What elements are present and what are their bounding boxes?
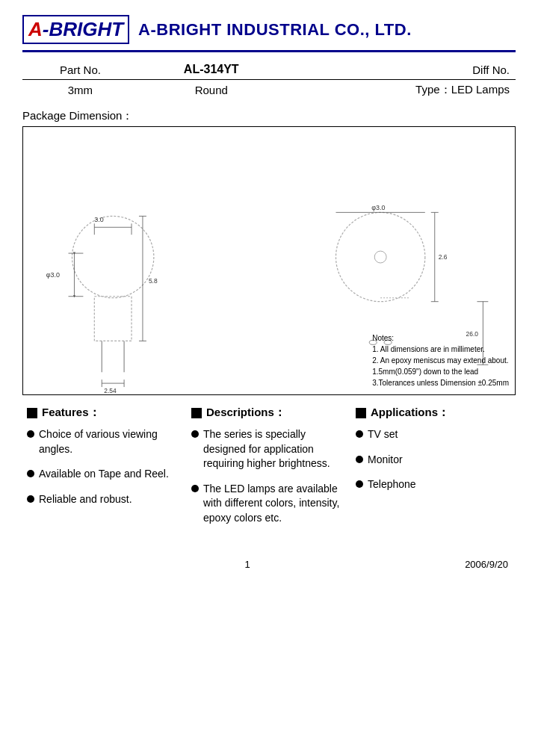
logo-bright: -BRIGHT [43,18,123,41]
application-text-2: Monitor [368,453,403,468]
features-column: Features： Choice of various viewing angl… [22,406,187,536]
bullet-icon [191,485,199,492]
feature-text-2: Available on Tape and Reel. [39,467,169,482]
fda-section: Features： Choice of various viewing angl… [22,406,516,536]
note2: 2. An epoxy meniscus may extend about. [372,355,509,366]
part-no-value: AL-314YT [138,60,285,80]
svg-point-20 [336,212,425,301]
diff-no-label: Diff No. [285,60,516,80]
feature-text-1: Choice of various viewing angles. [39,427,182,456]
features-square-icon [27,408,37,418]
applications-column: Applications： TV set Monitor Telephone [351,406,516,536]
applications-title: Applications： [371,406,449,420]
notes-box: Notes: 1. All dimensions are in millimet… [372,332,509,388]
description-text-1: The series is specially designed for app… [203,427,347,471]
svg-rect-1 [94,297,132,341]
svg-text:2.6: 2.6 [439,253,448,261]
description-text-2: The LED lamps are available with differe… [203,482,347,526]
part-size: 3mm [22,80,138,101]
part-no-label: Part No. [22,60,138,80]
logo-box: A -BRIGHT [22,15,129,44]
applications-header: Applications： [356,406,511,420]
features-title: Features： [42,406,100,420]
application-item-2: Monitor [356,453,511,468]
bullet-icon [27,430,34,438]
descriptions-column: Descriptions： The series is specially de… [187,406,351,536]
descriptions-square-icon [191,408,202,418]
application-item-3: Telephone [356,477,511,492]
company-name: A-BRIGHT INDUSTRIAL CO., LTD. [138,20,412,40]
svg-text:5.8: 5.8 [149,277,158,285]
svg-point-21 [374,251,386,263]
feature-item-2: Available on Tape and Reel. [27,467,182,482]
svg-point-0 [72,216,153,297]
svg-text:φ3.0: φ3.0 [371,204,385,211]
bullet-icon [191,430,199,438]
application-text-3: Telephone [368,477,416,492]
package-dimension-title: Package Dimension： [22,109,516,123]
feature-item-3: Reliable and robust. [27,492,182,507]
bullet-icon [356,480,363,488]
part-info-table: Part No. AL-314YT Diff No. 3mm Round Typ… [22,60,516,100]
note1: 1. All dimensions are in millimeter. [372,344,509,355]
descriptions-title: Descriptions： [206,406,285,420]
note4: 3.Tolerances unless Dimension ±0.25mm [372,377,509,388]
description-item-1: The series is specially designed for app… [191,427,347,471]
page-footer: 1 2006/9/20 [22,559,516,570]
features-header: Features： [27,406,182,420]
logo-a: A [28,18,43,41]
bullet-icon [27,470,34,477]
svg-text:2.54: 2.54 [104,387,117,394]
note3: 1.5mm(0.059") down to the lead [372,366,509,377]
bullet-icon [27,495,34,503]
svg-text:φ3.0: φ3.0 [46,271,60,279]
page-number: 1 [244,559,250,570]
svg-text:3.0: 3.0 [94,216,103,223]
part-type: Type：LED Lamps [285,80,516,101]
application-item-1: TV set [356,427,511,442]
feature-item-1: Choice of various viewing angles. [27,427,182,456]
bullet-icon [356,430,363,438]
feature-text-3: Reliable and robust. [39,492,132,507]
application-text-1: TV set [368,427,398,442]
diagram-box: φ3.0 3.0 5.8 2.54 φ3.0 2.6 26.0 [22,126,516,395]
notes-title: Notes: [372,332,509,344]
page-header: A -BRIGHT A-BRIGHT INDUSTRIAL CO., LTD. [22,15,516,52]
description-item-2: The LED lamps are available with differe… [191,482,347,526]
part-shape: Round [138,80,285,101]
descriptions-header: Descriptions： [191,406,347,420]
applications-square-icon [356,408,366,418]
bullet-icon [356,456,363,463]
footer-date: 2006/9/20 [465,559,508,570]
